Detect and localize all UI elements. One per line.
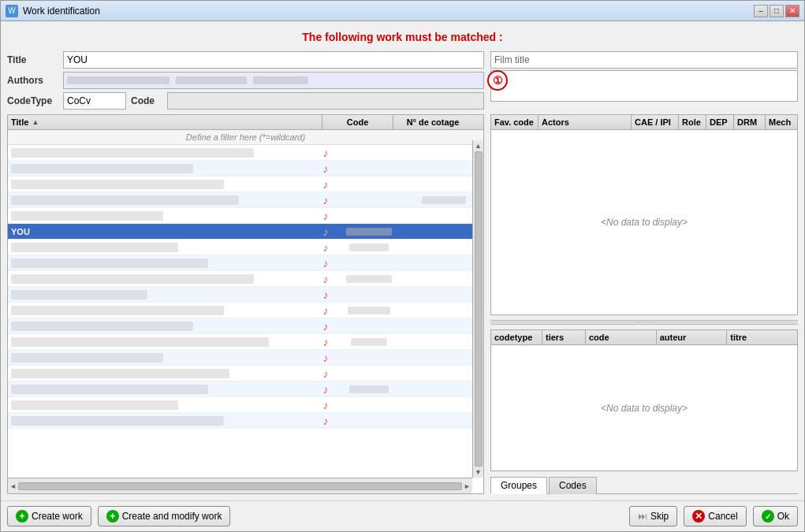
authors-input[interactable] [63, 72, 484, 89]
authors-label: Authors [7, 75, 58, 86]
tabs-row: Groupes Codes [490, 476, 798, 494]
table-row[interactable]: ♪ [8, 334, 483, 350]
footer-left: + Create work + Create and modify work [7, 506, 230, 526]
music-icon: ♪ [318, 178, 334, 191]
subtitle: The following work must be matched : [7, 28, 798, 47]
col-codetype: codetype [491, 330, 542, 344]
col-role: Role [679, 115, 706, 129]
col-cae-ipi: CAE / IPI [632, 115, 679, 129]
scroll-down-btn[interactable]: ▼ [475, 468, 482, 476]
col-fav-code: Fav. code [491, 115, 539, 129]
minimize-button[interactable]: – [754, 5, 768, 17]
horizontal-scrollbar[interactable]: ◄ ► [8, 478, 472, 493]
col-title: Title ▲ [8, 115, 322, 129]
create-work-button[interactable]: + Create work [7, 506, 91, 526]
table-row[interactable]: ♪ [8, 397, 483, 413]
form-section: Title Authors ① CodeType [7, 51, 798, 110]
col-auteur: auteur [657, 330, 728, 344]
annotation-1: ① [487, 70, 508, 91]
table-row[interactable]: ♪ [8, 192, 483, 208]
table-row[interactable]: ♪ [8, 208, 483, 224]
table-row[interactable]: ♪ [8, 240, 483, 255]
title-input[interactable] [63, 51, 484, 69]
film-title-extra [490, 70, 798, 102]
window-title: Work identification [23, 6, 100, 17]
scroll-up-btn[interactable]: ▲ [475, 142, 482, 150]
title-bar-left: W Work identification [6, 5, 100, 17]
codetype-row: CodeType Code [7, 92, 484, 110]
table-row[interactable]: ♪ [8, 366, 483, 381]
footer-right: ⏭ Skip ✕ Cancel ✓ Ok [629, 506, 798, 526]
table-row[interactable]: ♪ [8, 381, 483, 397]
table-row[interactable]: ♪ [8, 161, 483, 177]
music-icon: ♪ [318, 399, 334, 411]
no-data-top: <No data to display> [491, 130, 797, 314]
music-icon: ♪ [318, 257, 334, 270]
music-icon: ♪ [318, 383, 334, 396]
codetype-label: CodeType [7, 95, 58, 106]
table-row[interactable]: ♪ [8, 318, 483, 334]
table-row[interactable]: ♪ [8, 287, 483, 303]
table-row[interactable]: ♪ [8, 145, 483, 161]
main-area: Title ▲ Code N° de cotage Define a filte… [7, 114, 798, 494]
create-modify-button[interactable]: + Create and modify work [98, 506, 231, 526]
music-icon: ♪ [318, 336, 334, 348]
table-row[interactable]: ♪ [8, 271, 483, 287]
music-icon: ♪ [318, 210, 334, 222]
left-panel: Title ▲ Code N° de cotage Define a filte… [7, 114, 484, 494]
maximize-button[interactable]: □ [770, 5, 784, 17]
skip-icon: ⏭ [638, 511, 647, 522]
table-row[interactable]: ♪ [8, 177, 483, 192]
music-icon: ♪ [318, 162, 334, 175]
music-icon: ♪ [318, 352, 334, 364]
code-label: Code [131, 95, 162, 106]
ok-button[interactable]: ✓ Ok [753, 506, 798, 526]
col-actors: Actors [539, 115, 632, 129]
ok-icon: ✓ [762, 510, 774, 523]
table-row[interactable]: ♪ [8, 255, 483, 271]
window-controls: – □ ✕ [754, 5, 799, 17]
film-title-label: Film title [494, 54, 530, 65]
cancel-icon: ✕ [692, 510, 705, 523]
table-header: Title ▲ Code N° de cotage [8, 115, 483, 130]
right-top-header: Fav. code Actors CAE / IPI Role DEP DRM … [491, 115, 797, 130]
col-mech: Mech [766, 115, 797, 129]
music-icon: ♪ [318, 415, 334, 427]
code-input[interactable] [167, 92, 484, 110]
table-row[interactable]: ♪ [8, 413, 483, 429]
tab-groupes[interactable]: Groupes [490, 477, 547, 494]
skip-button[interactable]: ⏭ Skip [629, 506, 677, 526]
scroll-left-btn[interactable]: ◄ [9, 482, 17, 490]
form-left: Title Authors ① CodeType [7, 51, 484, 110]
authors-row: Authors ① [7, 72, 484, 89]
no-data-bottom: <No data to display> [491, 345, 797, 471]
music-icon: ♪ [318, 273, 334, 285]
app-icon: W [6, 5, 18, 17]
codetype-input[interactable] [63, 92, 126, 110]
tab-codes[interactable]: Codes [549, 477, 597, 494]
music-icon: ♪ [318, 194, 334, 206]
bottom-table-header: codetype tiers code auteur titre [491, 330, 797, 345]
close-button[interactable]: ✕ [785, 5, 799, 17]
col-tiers: tiers [542, 330, 586, 344]
title-label: Title [7, 54, 58, 65]
music-icon: ♪ [318, 367, 334, 380]
col-code-b: code [586, 330, 657, 344]
music-icon: ♪ [318, 288, 334, 301]
table-row-selected[interactable]: YOU ♪ ② [8, 224, 483, 240]
table-body[interactable]: ♪ ♪ ♪ [8, 145, 483, 493]
cancel-button[interactable]: ✕ Cancel [684, 506, 746, 526]
filter-row[interactable]: Define a filter here (*=wildcard) [8, 130, 483, 145]
scroll-right-btn[interactable]: ► [464, 482, 471, 490]
right-top-table: Fav. code Actors CAE / IPI Role DEP DRM … [490, 114, 798, 315]
music-icon: ♪ [318, 304, 334, 317]
table-row[interactable]: ♪ [8, 350, 483, 366]
vertical-scrollbar[interactable]: ▲ ▼ [472, 140, 483, 478]
title-row: Title [7, 51, 484, 69]
music-icon: ♪ [318, 147, 334, 159]
col-code: Code [322, 115, 393, 129]
table-row[interactable]: ♪ [8, 303, 483, 318]
panel-splitter[interactable]: · · · · · · [490, 320, 798, 325]
main-window: W Work identification – □ ✕ The followin… [0, 0, 805, 532]
music-icon: ♪ [318, 241, 334, 254]
